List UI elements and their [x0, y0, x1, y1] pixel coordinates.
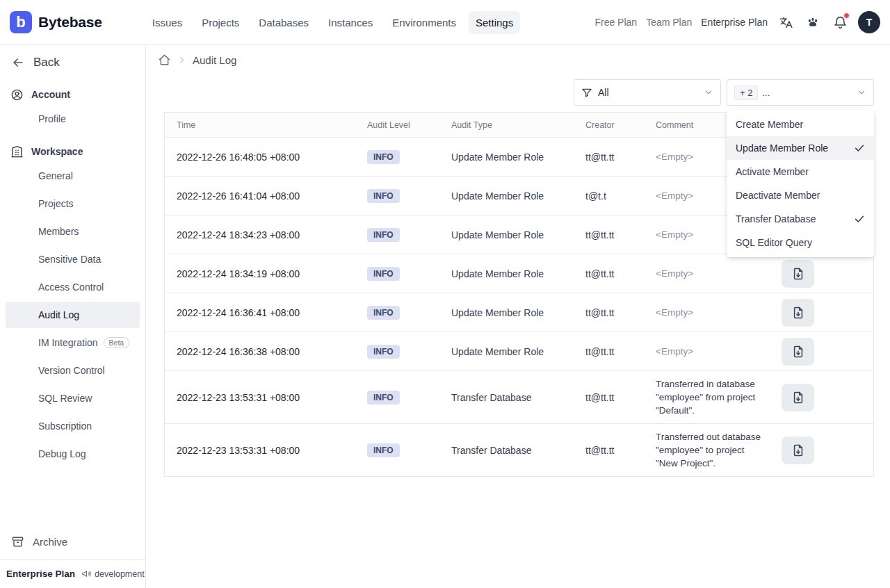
sidebar-item-label: Debug Log: [38, 448, 86, 459]
topnav-right: Free Plan Team Plan Enterprise Plan T: [594, 11, 880, 33]
breadcrumb: Audit Log: [158, 54, 236, 67]
row-creator: t@t.t: [585, 190, 656, 202]
paw-icon[interactable]: [804, 13, 822, 31]
sidebar-item-members[interactable]: Members: [6, 218, 140, 245]
column-header-time: Time: [165, 120, 367, 130]
row-comment: <Empty>: [656, 300, 772, 325]
audit-level-badge: INFO: [367, 306, 400, 320]
check-icon: [854, 142, 865, 154]
nav-item-databases[interactable]: Databases: [252, 11, 316, 34]
free-plan-link[interactable]: Free Plan: [594, 17, 637, 28]
sidebar-item-general[interactable]: General: [6, 163, 140, 189]
bytebase-logo-text: Bytebase: [38, 14, 102, 31]
menu-item-activate-member[interactable]: Activate Member: [727, 160, 874, 183]
audit-level-badge: INFO: [367, 228, 400, 242]
sidebar-account-items: Profile: [0, 105, 145, 133]
row-time: 2022-12-26 16:41:04 +08:00: [165, 190, 367, 202]
audit-level-badge: INFO: [367, 345, 400, 359]
export-log-entry-button[interactable]: [782, 338, 814, 366]
row-creator: tt@tt.tt: [585, 346, 656, 357]
chevron-down-icon: [704, 88, 713, 97]
row-level: INFO: [367, 189, 451, 203]
sidebar-item-subscription[interactable]: Subscription: [6, 413, 140, 439]
audit-level-select[interactable]: All: [574, 79, 721, 106]
row-creator: tt@tt.tt: [585, 268, 656, 279]
row-action: [772, 384, 873, 411]
sidebar-item-im-integration[interactable]: IM Integration Beta: [6, 329, 140, 356]
menu-item-create-member[interactable]: Create Member: [727, 113, 874, 136]
sidebar-item-audit-log[interactable]: Audit Log: [6, 302, 140, 328]
sidebar-item-label: Profile: [38, 113, 66, 124]
row-creator: tt@tt.tt: [585, 307, 656, 318]
menu-item-deactivate-member[interactable]: Deactivate Member: [727, 183, 874, 207]
bytebase-logo[interactable]: b Bytebase: [10, 11, 102, 33]
team-plan-link[interactable]: Team Plan: [646, 17, 692, 28]
export-log-entry-button[interactable]: [782, 260, 814, 288]
sidebar-item-label: Access Control: [38, 281, 104, 293]
export-log-entry-button[interactable]: [782, 384, 814, 411]
row-level: INFO: [367, 150, 451, 164]
row-time: 2022-12-24 16:36:38 +08:00: [165, 346, 367, 357]
speaker-icon: [81, 569, 92, 579]
account-section-title: Account: [31, 89, 70, 100]
row-comment: Transferred in database "employee" from …: [656, 371, 772, 423]
column-header-audit-type: Audit Type: [451, 120, 585, 130]
row-audit-type: Update Member Role: [451, 307, 585, 318]
row-audit-type: Update Member Role: [451, 346, 585, 357]
audit-level-badge: INFO: [367, 267, 400, 281]
row-level: INFO: [367, 345, 451, 359]
audit-type-select[interactable]: + 2 ...: [727, 79, 874, 106]
workspace-section-header: Workspace: [0, 141, 145, 162]
sidebar-workspace-items: General Projects Members Sensitive Data …: [0, 162, 145, 468]
nav-item-environments[interactable]: Environments: [385, 11, 463, 34]
chevron-down-icon: [857, 88, 866, 97]
row-action: [772, 299, 873, 327]
row-audit-type: Transfer Database: [451, 392, 585, 403]
menu-item-label: Create Member: [736, 119, 803, 130]
row-creator: tt@tt.tt: [585, 392, 656, 403]
sidebar-item-projects[interactable]: Projects: [6, 190, 140, 217]
sidebar-item-access-control[interactable]: Access Control: [6, 274, 140, 300]
sidebar-item-sensitive-data[interactable]: Sensitive Data: [6, 246, 140, 272]
column-header-creator: Creator: [585, 120, 656, 130]
sidebar-item-debug-log[interactable]: Debug Log: [6, 441, 140, 467]
menu-item-label: Transfer Database: [736, 213, 816, 224]
nav-item-issues[interactable]: Issues: [145, 11, 189, 34]
row-audit-type: Update Member Role: [451, 229, 585, 240]
notification-dot: [843, 13, 850, 19]
row-comment: <Empty>: [656, 261, 772, 286]
workspace-section-title: Workspace: [31, 146, 83, 157]
nav-item-projects[interactable]: Projects: [195, 11, 246, 34]
sidebar-item-label: Subscription: [38, 420, 92, 432]
menu-item-sql-editor-query[interactable]: SQL Editor Query: [727, 231, 874, 254]
menu-item-label: SQL Editor Query: [736, 237, 812, 248]
building-icon: [10, 145, 24, 158]
row-time: 2022-12-24 18:34:23 +08:00: [165, 229, 367, 240]
menu-item-transfer-database[interactable]: Transfer Database: [727, 207, 874, 231]
row-creator: tt@tt.tt: [585, 229, 656, 240]
nav-item-settings[interactable]: Settings: [469, 11, 520, 34]
row-comment: Transferred out database "employee" to p…: [656, 424, 772, 476]
sidebar-spacer: [0, 468, 145, 527]
back-button[interactable]: Back: [0, 49, 145, 76]
user-avatar[interactable]: T: [858, 11, 880, 33]
menu-item-update-member-role[interactable]: Update Member Role: [727, 136, 874, 160]
row-time: 2022-12-26 16:48:05 +08:00: [165, 152, 367, 163]
settings-sidebar: Back Account Profile Workspace General P…: [0, 45, 146, 588]
export-log-entry-button[interactable]: [782, 436, 814, 464]
top-navigation: b Bytebase Issues Projects Databases Ins…: [0, 0, 890, 45]
row-audit-type: Update Member Role: [451, 190, 585, 202]
current-plan-label: Enterprise Plan: [6, 569, 75, 579]
enterprise-plan-link[interactable]: Enterprise Plan: [701, 17, 768, 28]
sidebar-item-profile[interactable]: Profile: [6, 106, 140, 132]
translate-icon[interactable]: [777, 13, 795, 31]
row-time: 2022-12-23 13:53:31 +08:00: [165, 445, 367, 456]
notification-bell-icon[interactable]: [831, 13, 849, 31]
sidebar-item-sql-review[interactable]: SQL Review: [6, 385, 140, 411]
home-icon[interactable]: [158, 54, 171, 67]
archive-label: Archive: [33, 536, 67, 548]
nav-item-instances[interactable]: Instances: [321, 11, 380, 34]
sidebar-item-version-control[interactable]: Version Control: [6, 357, 140, 384]
export-log-entry-button[interactable]: [782, 299, 814, 327]
archive-button[interactable]: Archive: [0, 527, 145, 556]
